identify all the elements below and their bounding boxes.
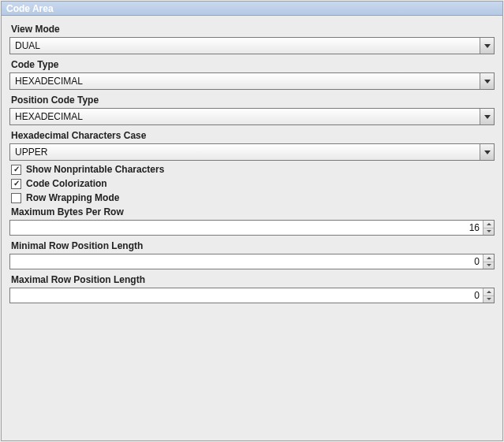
min-row-pos-spinner[interactable]: 0: [9, 254, 495, 269]
max-row-pos-input[interactable]: 0: [10, 288, 483, 303]
dropdown-button[interactable]: [480, 38, 494, 54]
code-type-select[interactable]: HEXADECIMAL: [9, 72, 495, 90]
arrow-down-icon: [487, 230, 491, 232]
code-area-panel: Code Area View Mode DUAL Code Type HEXAD…: [1, 1, 503, 441]
chevron-down-icon: [484, 44, 491, 48]
chevron-down-icon: [484, 115, 491, 119]
dropdown-button[interactable]: [480, 109, 494, 124]
min-row-pos-label: Minimal Row Position Length: [11, 240, 493, 251]
checkbox-icon: [11, 193, 21, 203]
arrow-down-icon: [487, 298, 491, 300]
panel-content: View Mode DUAL Code Type HEXADECIMAL Pos…: [2, 16, 502, 311]
view-mode-label: View Mode: [11, 24, 493, 35]
chevron-down-icon: [484, 150, 491, 154]
max-row-pos-spinner[interactable]: 0: [9, 288, 495, 303]
show-nonprintable-label: Show Nonprintable Characters: [26, 164, 164, 175]
spinner-down-button[interactable]: [483, 296, 494, 303]
arrow-up-icon: [487, 291, 491, 293]
show-nonprintable-check[interactable]: ✓ Show Nonprintable Characters: [11, 164, 493, 175]
arrow-down-icon: [487, 264, 491, 266]
panel-title: Code Area: [2, 2, 502, 16]
row-wrapping-check[interactable]: Row Wrapping Mode: [11, 192, 493, 203]
row-wrapping-label: Row Wrapping Mode: [26, 192, 119, 203]
view-mode-select[interactable]: DUAL: [9, 37, 495, 54]
code-colorization-label: Code Colorization: [26, 178, 107, 189]
position-code-type-label: Position Code Type: [11, 95, 493, 106]
min-row-pos-input[interactable]: 0: [10, 254, 483, 269]
code-colorization-check[interactable]: ✓ Code Colorization: [11, 178, 493, 189]
chevron-down-icon: [484, 80, 491, 84]
view-mode-value: DUAL: [10, 40, 480, 51]
max-row-pos-label: Maximal Row Position Length: [11, 274, 493, 285]
spinner-down-button[interactable]: [483, 262, 494, 269]
spinner-buttons: [483, 254, 494, 269]
position-code-type-select[interactable]: HEXADECIMAL: [9, 108, 495, 125]
max-bytes-spinner[interactable]: 16: [9, 220, 495, 236]
spinner-up-button[interactable]: [483, 254, 494, 262]
arrow-up-icon: [487, 223, 491, 225]
spinner-buttons: [483, 221, 494, 235]
code-type-label: Code Type: [11, 59, 493, 70]
max-bytes-input[interactable]: 16: [10, 221, 483, 235]
hex-case-value: UPPER: [10, 147, 480, 158]
code-type-value: HEXADECIMAL: [10, 76, 480, 87]
checkbox-icon: ✓: [11, 179, 21, 189]
hex-case-label: Hexadecimal Characters Case: [11, 130, 493, 141]
hex-case-select[interactable]: UPPER: [9, 143, 495, 161]
spinner-up-button[interactable]: [483, 288, 494, 296]
dropdown-button[interactable]: [480, 144, 494, 160]
max-bytes-label: Maximum Bytes Per Row: [11, 206, 493, 217]
checkbox-icon: ✓: [11, 165, 21, 175]
dropdown-button[interactable]: [480, 73, 494, 89]
arrow-up-icon: [487, 257, 491, 259]
spinner-up-button[interactable]: [483, 221, 494, 228]
position-code-type-value: HEXADECIMAL: [10, 111, 480, 122]
spinner-down-button[interactable]: [483, 228, 494, 236]
spinner-buttons: [483, 288, 494, 303]
